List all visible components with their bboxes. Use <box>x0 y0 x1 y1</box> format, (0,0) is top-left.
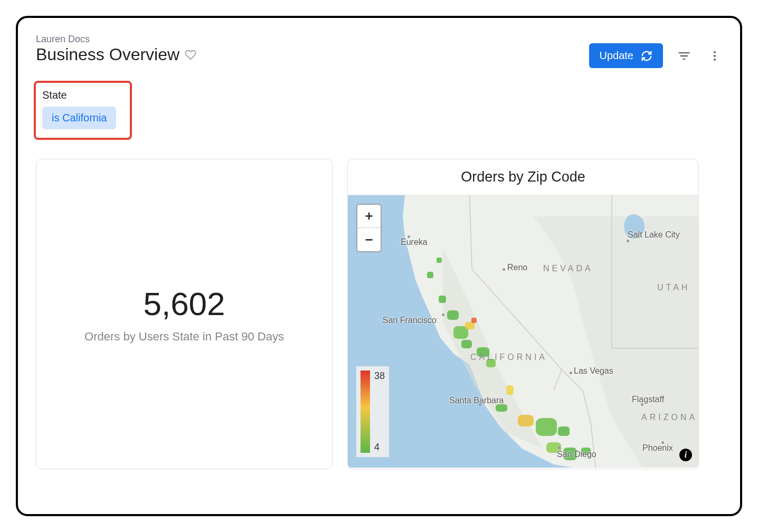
map-label-reno: Reno <box>507 263 527 272</box>
map-state-nevada: NEVADA <box>543 264 593 273</box>
kpi-tile: 5,602 Orders by Users State in Past 90 D… <box>36 159 333 469</box>
map-tile: Orders by Zip Code <box>347 159 699 469</box>
refresh-icon <box>641 50 652 62</box>
map-zoom-in-button[interactable]: + <box>357 205 381 228</box>
svg-point-1 <box>714 55 716 57</box>
filter-chip-state[interactable]: is California <box>42 107 116 129</box>
map-state-california: CALIFORNIA <box>470 353 547 362</box>
map-label-phoenix: Phoenix <box>642 443 673 453</box>
map-label-sb: Santa Barbara <box>449 396 504 405</box>
map-tile-title: Orders by Zip Code <box>348 159 698 195</box>
filter-icon-button[interactable] <box>674 45 695 66</box>
map-legend: 38 4 <box>356 366 389 457</box>
map-label-flagstaff: Flagstaff <box>632 395 664 404</box>
map-label-sandiego: San Diego <box>557 450 596 459</box>
map-state-utah: UTAH <box>657 283 690 292</box>
filter-label: State <box>42 89 116 101</box>
map-canvas[interactable]: Eureka Reno Salt Lake City San Francisco… <box>348 195 698 468</box>
more-vert-icon <box>708 50 721 62</box>
map-state-arizona: ARIZONA <box>641 413 697 422</box>
map-attribution-info-icon[interactable]: i <box>679 449 692 461</box>
svg-point-0 <box>714 51 716 53</box>
legend-max: 38 <box>374 370 385 382</box>
update-button-label: Update <box>600 50 634 62</box>
favorite-heart-icon[interactable] <box>185 49 196 61</box>
map-label-lasvegas: Las Vegas <box>574 366 613 376</box>
page-title: Business Overview <box>36 45 179 64</box>
update-button[interactable]: Update <box>589 43 664 68</box>
kpi-caption: Orders by Users State in Past 90 Days <box>84 330 284 344</box>
map-label-eureka: Eureka <box>401 238 428 247</box>
legend-min: 4 <box>374 442 385 453</box>
breadcrumb[interactable]: Lauren Docs <box>36 34 196 45</box>
legend-gradient-bar <box>361 370 370 453</box>
svg-point-2 <box>714 59 716 61</box>
filter-list-icon <box>677 49 691 63</box>
filter-highlight-box: State is California <box>34 81 132 140</box>
more-options-button[interactable] <box>705 46 724 65</box>
map-label-slc: Salt Lake City <box>628 230 680 240</box>
map-label-sf: San Francisco <box>383 316 437 325</box>
kpi-value: 5,602 <box>143 285 225 322</box>
map-zoom-out-button[interactable]: − <box>357 228 381 251</box>
